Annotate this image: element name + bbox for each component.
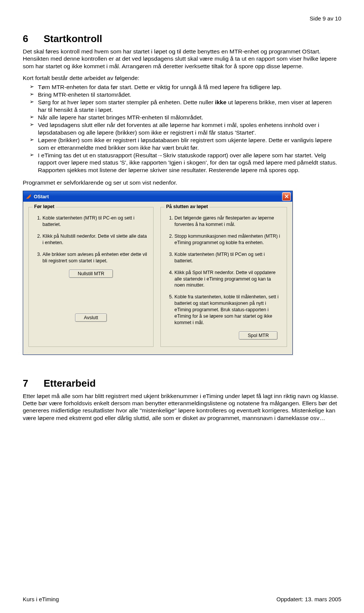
page-number: Side 9 av 10 [23,15,341,22]
section-7-title: Etterarbeid [44,378,96,389]
list-item: Det følgende gjøres når flesteparten av … [174,215,281,228]
window-titlebar: OStart [23,191,292,202]
window-title: OStart [34,194,282,199]
ostart-window: OStart Før løpet Koble startenheten (MTR… [23,191,293,354]
list-item: Stopp kommunikasjonen med målenheten (MT… [174,233,281,246]
app-icon [25,193,31,199]
list-item: Ved løpsdagens slutt eller når det forve… [30,121,341,136]
list-item: Tøm MTR-enheten for data før start. Dett… [30,83,341,91]
list-item: Koble fra startenheten, koble til målenh… [174,294,281,326]
reset-mtr-button[interactable]: Nullstill MTR [69,270,113,278]
close-button[interactable] [282,192,291,201]
section-7-heading: 7Etterarbeid [23,378,341,389]
list-item: I eTiming tas det ut en statusrapport (R… [30,152,341,174]
before-race-legend: Før løpet [33,204,56,209]
list-item: Koble startenheten (MTR) til PCen og set… [174,251,281,264]
section-6-bullet-list: Tøm MTR-enheten for data før start. Dett… [23,83,341,174]
section-6-intro: Kort fortalt består dette arbeidet av fø… [23,74,341,82]
section-6-closing: Programmet er selvforklarende og ser ut … [23,179,341,186]
before-race-fieldset: Før løpet Koble startenheten (MTR) til P… [28,207,154,346]
list-item: Sørg for at hver løper som starter stemp… [30,99,341,113]
section-7-para: Etter løpet må alle som har blitt regist… [23,392,341,422]
list-item: Når alle løpere har startet bringes MTR-… [30,114,341,121]
footer-right: Oppdatert: 13. mars 2005 [276,596,341,602]
exit-button[interactable]: Avslutt [75,314,107,322]
section-6-number: 6 [23,33,44,45]
after-race-legend: På slutten av løpet [165,204,209,209]
list-item: Bring MTR-enheten til startområdet. [30,91,341,98]
svg-marker-0 [26,194,31,199]
list-item: Koble startenheten (MTR) til PC-en og se… [42,215,148,228]
after-race-fieldset: På slutten av løpet Det følgende gjøres … [160,207,287,346]
list-item: Klikk på Spol MTR nedenfor. Dette vil op… [174,270,281,289]
list-item: Løpere (brikker) som ikke er registrert … [30,136,341,151]
footer-left: Kurs i eTiming [23,596,59,602]
section-7-number: 7 [23,378,44,389]
list-item: Klikk på Nullstill nedenfor. Dette vil s… [42,233,148,246]
spool-mtr-button[interactable]: Spol MTR [239,331,278,340]
section-6-para-1: Det skal føres kontroll med hvem som har… [23,48,341,70]
section-6-title: Startkontroll [44,33,102,44]
list-item: Alle brikker som avleses på enheten ette… [42,251,148,264]
section-6-heading: 6Startkontroll [23,33,341,45]
